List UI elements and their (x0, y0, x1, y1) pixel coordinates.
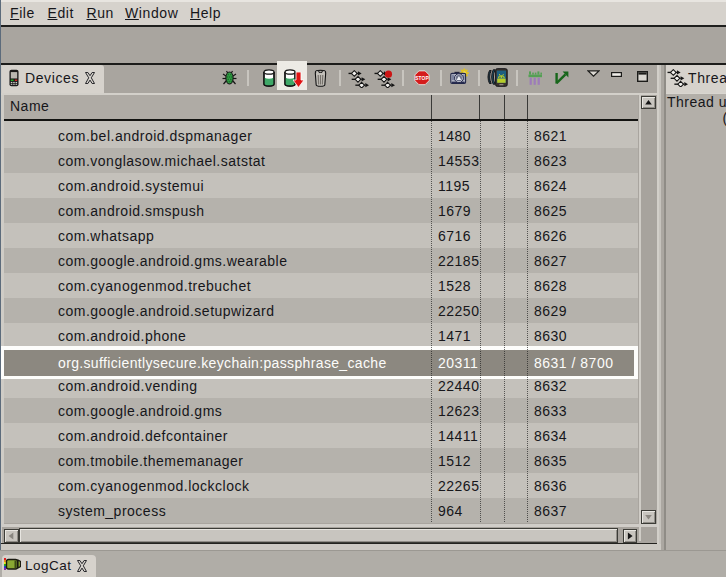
svg-text:STOP: STOP (415, 75, 429, 80)
